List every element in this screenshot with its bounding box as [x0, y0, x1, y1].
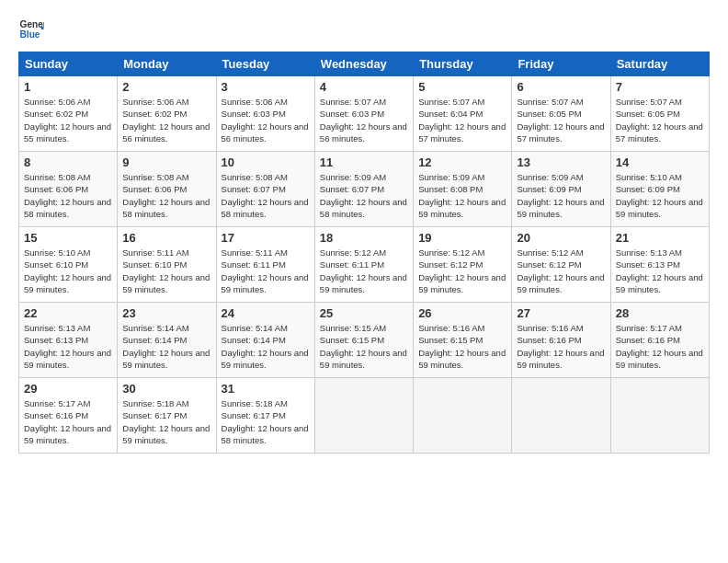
- day-info: Sunrise: 5:07 AMSunset: 6:04 PMDaylight:…: [418, 96, 506, 144]
- day-info: Sunrise: 5:14 AMSunset: 6:14 PMDaylight:…: [222, 322, 310, 371]
- table-row: 25Sunrise: 5:15 AMSunset: 6:15 PMDayligh…: [314, 303, 413, 378]
- svg-text:General: General: [20, 19, 44, 29]
- day-number: 17: [222, 231, 310, 245]
- table-row: [512, 378, 610, 454]
- day-info: Sunrise: 5:06 AMSunset: 6:03 PMDaylight:…: [222, 96, 310, 144]
- calendar-week-5: 29Sunrise: 5:17 AMSunset: 6:16 PMDayligh…: [19, 378, 710, 454]
- day-number: 19: [418, 231, 506, 245]
- day-info: Sunrise: 5:12 AMSunset: 6:12 PMDaylight:…: [418, 247, 506, 295]
- day-number: 1: [24, 80, 112, 94]
- day-number: 12: [418, 155, 506, 169]
- col-thursday: Thursday: [414, 52, 512, 76]
- table-row: 17Sunrise: 5:11 AMSunset: 6:11 PMDayligh…: [216, 227, 314, 303]
- day-number: 13: [517, 155, 605, 169]
- svg-text:Blue: Blue: [20, 29, 40, 40]
- day-info: Sunrise: 5:10 AMSunset: 6:09 PMDaylight:…: [616, 171, 704, 220]
- logo-icon: General Blue: [18, 17, 44, 42]
- day-number: 24: [222, 306, 310, 320]
- day-number: 18: [320, 231, 408, 245]
- table-row: 9Sunrise: 5:08 AMSunset: 6:06 PMDaylight…: [118, 152, 216, 227]
- day-info: Sunrise: 5:12 AMSunset: 6:12 PMDaylight:…: [517, 247, 605, 295]
- day-number: 4: [320, 80, 408, 94]
- calendar-table: Sunday Monday Tuesday Wednesday Thursday…: [18, 52, 710, 454]
- day-number: 25: [320, 306, 408, 320]
- table-row: 13Sunrise: 5:09 AMSunset: 6:09 PMDayligh…: [512, 152, 610, 227]
- day-number: 27: [517, 306, 605, 320]
- day-number: 8: [24, 155, 112, 169]
- day-number: 31: [222, 382, 310, 396]
- table-row: 5Sunrise: 5:07 AMSunset: 6:04 PMDaylight…: [414, 76, 512, 152]
- header: General Blue: [18, 17, 710, 42]
- table-row: 29Sunrise: 5:17 AMSunset: 6:16 PMDayligh…: [19, 378, 118, 454]
- day-number: 20: [517, 231, 605, 245]
- table-row: 26Sunrise: 5:16 AMSunset: 6:15 PMDayligh…: [414, 303, 512, 378]
- day-info: Sunrise: 5:08 AMSunset: 6:06 PMDaylight:…: [24, 171, 112, 220]
- day-info: Sunrise: 5:11 AMSunset: 6:11 PMDaylight:…: [222, 247, 310, 295]
- day-info: Sunrise: 5:09 AMSunset: 6:09 PMDaylight:…: [517, 171, 605, 220]
- day-number: 6: [517, 80, 605, 94]
- day-number: 16: [122, 231, 210, 245]
- table-row: [414, 378, 512, 454]
- day-info: Sunrise: 5:08 AMSunset: 6:06 PMDaylight:…: [122, 171, 210, 220]
- table-row: 20Sunrise: 5:12 AMSunset: 6:12 PMDayligh…: [512, 227, 610, 303]
- day-info: Sunrise: 5:18 AMSunset: 6:17 PMDaylight:…: [222, 397, 310, 446]
- day-number: 14: [616, 155, 704, 169]
- day-number: 26: [418, 306, 506, 320]
- day-info: Sunrise: 5:12 AMSunset: 6:11 PMDaylight:…: [320, 247, 408, 295]
- col-tuesday: Tuesday: [216, 52, 314, 76]
- table-row: [314, 378, 413, 454]
- table-row: 2Sunrise: 5:06 AMSunset: 6:02 PMDaylight…: [118, 76, 216, 152]
- table-row: 1Sunrise: 5:06 AMSunset: 6:02 PMDaylight…: [19, 76, 118, 152]
- calendar-week-1: 1Sunrise: 5:06 AMSunset: 6:02 PMDaylight…: [19, 76, 710, 152]
- table-row: 28Sunrise: 5:17 AMSunset: 6:16 PMDayligh…: [610, 303, 709, 378]
- day-info: Sunrise: 5:08 AMSunset: 6:07 PMDaylight:…: [222, 171, 310, 220]
- table-row: 27Sunrise: 5:16 AMSunset: 6:16 PMDayligh…: [512, 303, 610, 378]
- day-info: Sunrise: 5:16 AMSunset: 6:15 PMDaylight:…: [418, 322, 506, 371]
- day-info: Sunrise: 5:17 AMSunset: 6:16 PMDaylight:…: [616, 322, 704, 371]
- table-row: 19Sunrise: 5:12 AMSunset: 6:12 PMDayligh…: [414, 227, 512, 303]
- calendar-week-3: 15Sunrise: 5:10 AMSunset: 6:10 PMDayligh…: [19, 227, 710, 303]
- table-row: 7Sunrise: 5:07 AMSunset: 6:05 PMDaylight…: [610, 76, 709, 152]
- table-row: 22Sunrise: 5:13 AMSunset: 6:13 PMDayligh…: [19, 303, 118, 378]
- table-row: [610, 378, 709, 454]
- day-number: 7: [616, 80, 704, 94]
- day-number: 3: [222, 80, 310, 94]
- day-number: 5: [418, 80, 506, 94]
- col-friday: Friday: [512, 52, 610, 76]
- day-number: 28: [616, 306, 704, 320]
- day-number: 15: [24, 231, 112, 245]
- day-number: 9: [122, 155, 210, 169]
- day-info: Sunrise: 5:07 AMSunset: 6:05 PMDaylight:…: [517, 96, 605, 144]
- table-row: 14Sunrise: 5:10 AMSunset: 6:09 PMDayligh…: [610, 152, 709, 227]
- day-info: Sunrise: 5:09 AMSunset: 6:07 PMDaylight:…: [320, 171, 408, 220]
- table-row: 11Sunrise: 5:09 AMSunset: 6:07 PMDayligh…: [314, 152, 413, 227]
- day-info: Sunrise: 5:17 AMSunset: 6:16 PMDaylight:…: [24, 397, 112, 446]
- day-info: Sunrise: 5:13 AMSunset: 6:13 PMDaylight:…: [24, 322, 112, 371]
- day-number: 10: [222, 155, 310, 169]
- day-info: Sunrise: 5:06 AMSunset: 6:02 PMDaylight:…: [122, 96, 210, 144]
- day-number: 29: [24, 382, 112, 396]
- day-info: Sunrise: 5:10 AMSunset: 6:10 PMDaylight:…: [24, 247, 112, 295]
- day-number: 23: [122, 306, 210, 320]
- col-sunday: Sunday: [19, 52, 118, 76]
- day-number: 30: [122, 382, 210, 396]
- col-wednesday: Wednesday: [314, 52, 413, 76]
- table-row: 3Sunrise: 5:06 AMSunset: 6:03 PMDaylight…: [216, 76, 314, 152]
- day-info: Sunrise: 5:13 AMSunset: 6:13 PMDaylight:…: [616, 247, 704, 295]
- day-info: Sunrise: 5:16 AMSunset: 6:16 PMDaylight:…: [517, 322, 605, 371]
- day-info: Sunrise: 5:06 AMSunset: 6:02 PMDaylight:…: [24, 96, 112, 144]
- day-number: 21: [616, 231, 704, 245]
- day-info: Sunrise: 5:07 AMSunset: 6:05 PMDaylight:…: [616, 96, 704, 144]
- table-row: 10Sunrise: 5:08 AMSunset: 6:07 PMDayligh…: [216, 152, 314, 227]
- day-info: Sunrise: 5:11 AMSunset: 6:10 PMDaylight:…: [122, 247, 210, 295]
- table-row: 4Sunrise: 5:07 AMSunset: 6:03 PMDaylight…: [314, 76, 413, 152]
- table-row: 6Sunrise: 5:07 AMSunset: 6:05 PMDaylight…: [512, 76, 610, 152]
- calendar-body: 1Sunrise: 5:06 AMSunset: 6:02 PMDaylight…: [19, 76, 710, 454]
- day-number: 22: [24, 306, 112, 320]
- page: General Blue Sunday Monday Tuesday Wedne…: [0, 0, 728, 563]
- table-row: 18Sunrise: 5:12 AMSunset: 6:11 PMDayligh…: [314, 227, 413, 303]
- day-info: Sunrise: 5:15 AMSunset: 6:15 PMDaylight:…: [320, 322, 408, 371]
- calendar-week-2: 8Sunrise: 5:08 AMSunset: 6:06 PMDaylight…: [19, 152, 710, 227]
- logo: General Blue: [18, 17, 48, 42]
- day-info: Sunrise: 5:14 AMSunset: 6:14 PMDaylight:…: [122, 322, 210, 371]
